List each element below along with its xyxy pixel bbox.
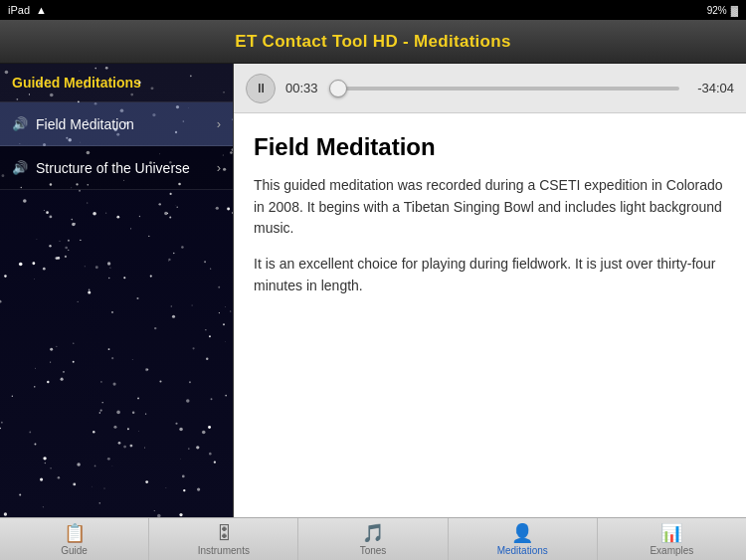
app-title: ET Contact Tool HD - Meditations [235,32,511,52]
chevron-icon-1: › [217,116,221,131]
status-bar: iPad ▲ 92% ▓ [0,0,746,20]
battery-icon: ▓ [731,5,738,16]
carrier-label: iPad [8,4,30,16]
time-remaining: -34:04 [689,81,734,95]
tab-instruments-label: Instruments [198,545,250,556]
content-paragraph-1: This guided meditation was recorded duri… [254,175,726,240]
speaker-icon-1: 🔊 [12,116,28,131]
sidebar: Guided Meditations 🔊 Field Meditation › … [0,64,234,517]
sidebar-item-field-meditation[interactable]: 🔊 Field Meditation › [0,102,233,146]
tab-examples-label: Examples [650,545,693,556]
main-layout: Guided Meditations 🔊 Field Meditation › … [0,64,746,517]
speaker-icon-2: 🔊 [12,160,28,175]
progress-track[interactable] [333,87,679,91]
content-area: ⏸ 00:33 -34:04 Field Meditation This gui… [234,64,746,517]
play-pause-button[interactable]: ⏸ [246,74,276,103]
tab-tones-label: Tones [360,545,387,556]
tab-guide-icon: 📋 [64,522,86,544]
pause-icon: ⏸ [255,81,268,95]
battery-label: 92% [707,5,727,16]
content-text: Field Meditation This guided meditation … [234,113,746,517]
tab-instruments[interactable]: 🎛 Instruments [148,518,297,561]
tab-bar: 📋 Guide 🎛 Instruments 🎵 Tones 👤 Meditati… [0,517,746,560]
sidebar-label-2: Structure of the Universe [36,160,217,176]
tab-examples-icon: 📊 [660,522,682,544]
title-bar: ET Contact Tool HD - Meditations [0,20,746,64]
status-right: 92% ▓ [707,5,738,16]
content-paragraph-2: It is an excellent choice for playing du… [254,254,726,296]
chevron-icon-2: › [217,160,221,175]
tab-meditations-icon: 👤 [511,522,533,544]
sidebar-header: Guided Meditations [0,64,233,102]
tab-meditations-label: Meditations [497,545,548,556]
sidebar-title: Guided Meditations [12,75,141,91]
sidebar-item-structure-universe[interactable]: 🔊 Structure of the Universe › [0,146,233,190]
tab-examples[interactable]: 📊 Examples [597,518,746,561]
tab-meditations[interactable]: 👤 Meditations [448,518,597,561]
wifi-icon: ▲ [36,4,47,16]
status-left: iPad ▲ [8,4,47,16]
sidebar-label-1: Field Meditation [36,116,217,132]
tab-instruments-icon: 🎛 [215,523,233,544]
tab-guide-label: Guide [61,545,88,556]
content-title: Field Meditation [254,133,726,161]
tab-tones[interactable]: 🎵 Tones [297,518,447,561]
tab-tones-icon: 🎵 [362,522,384,544]
progress-thumb[interactable] [329,80,347,97]
tab-guide[interactable]: 📋 Guide [0,518,148,561]
audio-player: ⏸ 00:33 -34:04 [234,64,746,113]
time-elapsed: 00:33 [285,81,323,95]
